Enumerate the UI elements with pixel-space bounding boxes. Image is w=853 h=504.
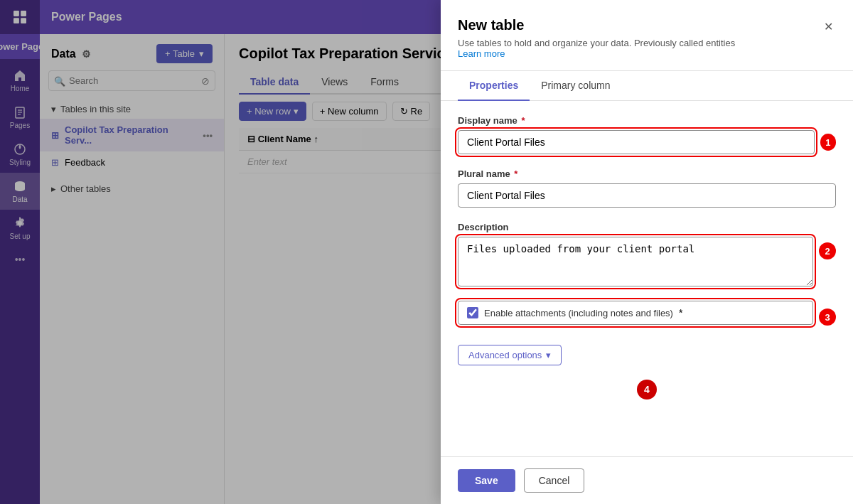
enable-attachments-group: Enable attachments (including notes and … [458,301,813,325]
modal-tabs: Properties Primary column [441,71,853,101]
step-badge-2: 2 [819,242,836,259]
description-label: Description [458,222,836,232]
save-button[interactable]: Save [458,469,515,492]
enable-attachments-checkbox[interactable] [467,307,478,318]
modal-title: New table [458,17,735,33]
advanced-options-label: Advanced options [468,350,542,360]
modal-footer: Save Cancel [441,456,853,504]
description-group: Description 2 [458,222,836,286]
modal-tab-primary-column-label: Primary column [541,80,610,91]
modal-header: New table Use tables to hold and organiz… [441,0,853,71]
enable-attachments-label: Enable attachments (including notes and … [484,308,673,318]
plural-name-label: Plural name * [458,168,836,179]
description-input[interactable] [458,237,813,286]
modal-subtitle-text: Use tables to hold and organize your dat… [458,38,735,48]
modal-header-content: New table Use tables to hold and organiz… [458,17,735,59]
modal-panel: New table Use tables to hold and organiz… [441,0,853,504]
learn-more-link[interactable]: Learn more [458,48,505,59]
display-name-label: Display name * [458,115,836,126]
plural-name-group: Plural name * [458,168,836,208]
display-name-input[interactable] [458,130,815,154]
cancel-button[interactable]: Cancel [524,468,585,493]
display-name-group: Display name * 1 [458,115,836,154]
advanced-options-button[interactable]: Advanced options ▾ [458,345,562,365]
step-badge-4: 4 [637,380,657,400]
modal-close-button[interactable]: ✕ [821,17,836,36]
modal-body: Display name * 1 Plural name * Descripti… [441,101,853,456]
modal-tab-properties[interactable]: Properties [458,71,530,101]
step-badge-1: 1 [820,134,836,151]
chevron-down-icon: ▾ [546,350,551,360]
modal-subtitle: Use tables to hold and organize your dat… [458,38,735,59]
modal-tab-properties-label: Properties [469,80,518,91]
plural-name-input[interactable] [458,183,836,208]
step-badge-3: 3 [819,309,836,326]
modal-tab-primary-column[interactable]: Primary column [530,71,621,101]
